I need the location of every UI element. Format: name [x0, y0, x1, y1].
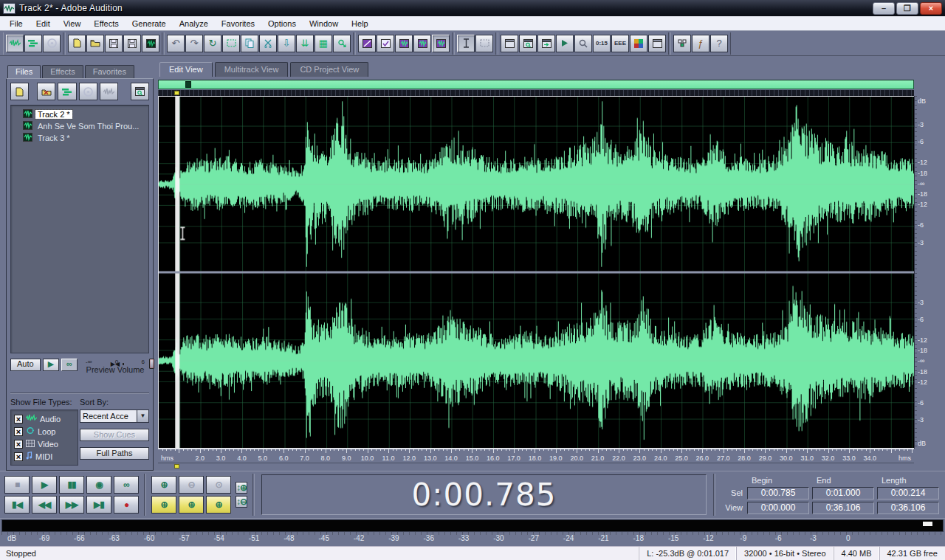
record-button[interactable]: ● — [114, 496, 139, 514]
marquee-tool-icon[interactable] — [475, 35, 493, 52]
convert-sample-type-icon[interactable]: ▦ — [315, 35, 332, 52]
tab-files[interactable]: Files — [7, 65, 41, 78]
level-meter-area[interactable]: dB-69-66-63-60-57-54-51-48-45-42-39-36-3… — [0, 518, 945, 546]
copy-icon[interactable] — [241, 35, 258, 52]
checkbox-checked[interactable]: × — [14, 452, 23, 461]
menu-options[interactable]: Options — [261, 18, 303, 30]
active-fx-icon[interactable] — [432, 35, 450, 52]
checkbox-checked[interactable]: × — [14, 415, 23, 424]
filetype-midi[interactable]: ×MIDI — [14, 450, 75, 463]
tab-multitrack-view[interactable]: Multitrack View — [215, 62, 289, 77]
tab-cd-project-view[interactable]: CD Project View — [290, 62, 368, 77]
time-ruler[interactable]: 2.03.04.05.06.07.08.09.010.011.012.013.0… — [158, 449, 914, 463]
overview-position-marker[interactable] — [185, 81, 191, 88]
slider-left-arrow[interactable]: ◀ — [115, 361, 120, 367]
vertical-zoom-out-button[interactable]: ↕⊖ — [236, 496, 247, 508]
full-paths-button[interactable]: Full Paths — [80, 447, 149, 460]
cd-project-view-icon[interactable] — [43, 35, 61, 52]
restore-button[interactable]: ❐ — [896, 2, 918, 15]
file-list[interactable]: Track 2 *Anh Se Ve Som Thoi Prou...Track… — [10, 105, 149, 353]
time-display[interactable]: 0:00.785 — [261, 474, 707, 515]
zoom-window-icon[interactable] — [574, 35, 592, 52]
import-file-icon[interactable] — [142, 35, 159, 52]
time-window-icon[interactable]: 0:15 — [593, 35, 611, 52]
zoom-in-button[interactable]: ⊕ — [151, 476, 176, 494]
tab-edit-view[interactable]: Edit View — [159, 62, 213, 77]
auto-play-toggle[interactable]: Auto — [10, 359, 41, 371]
vertical-zoom-in-button[interactable]: ↕⊕ — [236, 482, 247, 494]
stop-button[interactable]: ■ — [4, 476, 30, 494]
menu-file[interactable]: File — [3, 18, 30, 30]
chevron-down-icon[interactable]: ▼ — [137, 410, 148, 422]
file-item[interactable]: Anh Se Ve Som Thoi Prou... — [13, 120, 147, 132]
selview-value[interactable]: 0:00.785 — [747, 487, 809, 499]
cue-marker-icon[interactable] — [174, 91, 179, 95]
adjust-sample-rate-icon[interactable] — [333, 35, 351, 52]
insert-multitrack-button[interactable] — [58, 83, 76, 100]
title-bar[interactable]: Track 2* - Adobe Audition – ❐ × — [0, 0, 945, 16]
selview-value[interactable]: 0:00.000 — [747, 502, 809, 514]
play-to-end-button[interactable]: ∞ — [114, 476, 139, 494]
overview-scrollbar[interactable] — [158, 80, 914, 89]
filetype-video[interactable]: ×Video — [14, 438, 75, 450]
preview-loop-button[interactable]: ∞ — [61, 359, 78, 371]
edit-view-icon[interactable] — [6, 35, 24, 52]
files-window-icon[interactable] — [519, 35, 537, 52]
go-to-beginning-button[interactable]: ▮◀ — [4, 496, 30, 514]
save-copy-icon[interactable] — [123, 35, 141, 52]
preview-play-button[interactable]: ▶ — [43, 359, 59, 371]
save-file-icon[interactable] — [105, 35, 123, 52]
level-meter[interactable] — [1, 519, 944, 532]
selview-value[interactable]: 0:36.106 — [877, 502, 939, 514]
waveform-display[interactable] — [158, 96, 914, 449]
menu-favorites[interactable]: Favorites — [215, 18, 261, 30]
cue-bar-bottom[interactable] — [158, 463, 914, 469]
new-file-icon[interactable] — [68, 35, 86, 52]
trim-icon[interactable] — [222, 35, 240, 52]
play-looped-button[interactable]: ◉ — [86, 476, 111, 494]
tab-effects[interactable]: Effects — [42, 65, 83, 78]
menu-effects[interactable]: Effects — [87, 18, 125, 30]
minimize-button[interactable]: – — [873, 2, 895, 15]
level-meter-window-icon[interactable] — [630, 35, 647, 52]
zoom-out-button[interactable]: ⊖ — [179, 476, 204, 494]
scripts-icon[interactable]: ƒ — [692, 35, 709, 52]
menu-help[interactable]: Help — [345, 18, 375, 30]
menu-window[interactable]: Window — [303, 18, 345, 30]
fast-forward-button[interactable]: ▶▶ — [59, 496, 84, 514]
menu-edit[interactable]: Edit — [30, 18, 57, 30]
menu-generate[interactable]: Generate — [126, 18, 173, 30]
insert-cd-button[interactable] — [79, 83, 97, 100]
menu-view[interactable]: View — [57, 18, 88, 30]
cut-icon[interactable] — [259, 35, 277, 52]
selview-value[interactable]: 0:00.214 — [877, 487, 939, 499]
rewind-button[interactable]: ◀◀ — [32, 496, 57, 514]
zoom-sel-right-button[interactable]: ⊕ — [206, 496, 231, 514]
zoom-to-selection-button[interactable]: ⊕ — [151, 496, 176, 514]
cue-bar-top[interactable] — [158, 90, 914, 96]
effects-check-icon[interactable] — [377, 35, 394, 52]
app-icon[interactable] — [3, 3, 16, 14]
advanced-options-button[interactable] — [131, 83, 149, 100]
slider-right-arrow[interactable]: ▶ — [111, 361, 115, 367]
sort-by-dropdown[interactable]: Recent Acce ▼ — [80, 409, 149, 423]
time-selection-tool-icon[interactable] — [457, 35, 475, 52]
zoom-full-button[interactable]: ⊙ — [206, 476, 231, 494]
checkbox-checked[interactable]: × — [14, 427, 23, 436]
effects-window-icon[interactable] — [537, 35, 555, 52]
amplitude-ruler[interactable]: dB-3-3-6-6-12-12-18-18-∞-3-3-6-6-12-12-1… — [914, 96, 932, 449]
slider-thumb[interactable] — [149, 359, 154, 369]
status-window-icon[interactable] — [648, 35, 666, 52]
shortcuts-icon[interactable] — [673, 35, 691, 52]
open-file-icon[interactable] — [86, 35, 104, 52]
help-icon[interactable]: ? — [710, 35, 728, 52]
menu-analyze[interactable]: Analyze — [173, 18, 215, 30]
edit-file-button[interactable] — [100, 83, 118, 100]
show-cues-button[interactable]: Show Cues — [80, 429, 149, 441]
close-button[interactable]: × — [920, 2, 942, 15]
redo-icon[interactable]: ↷ — [185, 35, 203, 52]
pause-button[interactable]: ▮▮ — [59, 476, 84, 494]
mix-paste-icon[interactable]: ⇊ — [296, 35, 314, 52]
undo-icon[interactable]: ↶ — [167, 35, 185, 52]
waveform-canvas[interactable] — [159, 97, 914, 448]
